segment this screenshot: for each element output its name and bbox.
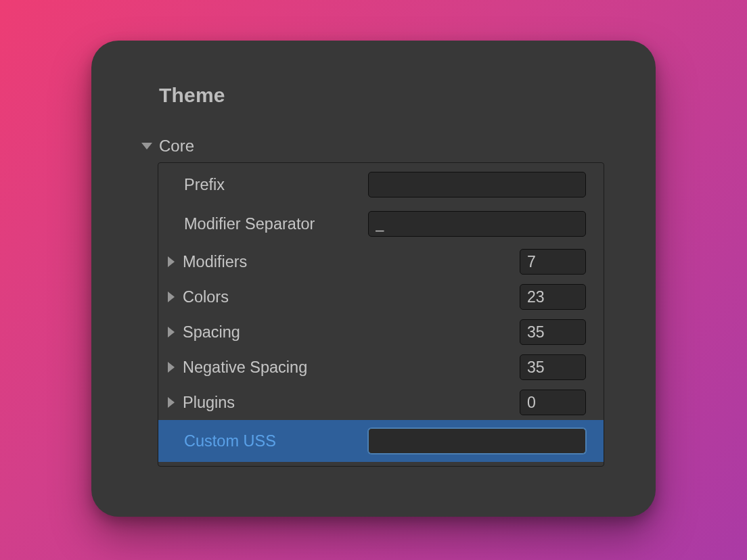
section-core-label: Core (159, 137, 194, 156)
spacing-count-input[interactable] (520, 319, 586, 345)
label-colors: Colors (183, 288, 229, 306)
row-custom-uss[interactable]: Custom USS (158, 420, 604, 462)
label-spacing: Spacing (183, 323, 240, 342)
modifiers-count-input[interactable] (520, 249, 586, 275)
label-custom-uss: Custom USS (168, 432, 276, 450)
row-plugins: Plugins (158, 385, 604, 420)
label-modifier-separator: Modifier Separator (168, 215, 315, 233)
modifier-separator-input[interactable] (368, 211, 586, 237)
chevron-down-icon (141, 143, 152, 149)
chevron-right-icon (168, 397, 175, 408)
inspector-panel: Theme Core Prefix Modifier Separator Mod… (91, 41, 656, 517)
chevron-right-icon (168, 256, 175, 267)
row-modifier-separator: Modifier Separator (158, 204, 604, 244)
panel-title: Theme (159, 84, 225, 107)
foldout-spacing[interactable]: Spacing (168, 323, 513, 342)
foldout-negative-spacing[interactable]: Negative Spacing (168, 358, 513, 377)
label-prefix: Prefix (168, 176, 225, 194)
row-colors: Colors (158, 279, 604, 314)
foldout-plugins[interactable]: Plugins (168, 394, 513, 412)
row-modifiers: Modifiers (158, 244, 604, 279)
foldout-modifiers[interactable]: Modifiers (168, 253, 513, 271)
foldout-colors[interactable]: Colors (168, 288, 513, 306)
label-negative-spacing: Negative Spacing (183, 358, 307, 377)
colors-count-input[interactable] (520, 284, 586, 310)
label-modifiers: Modifiers (183, 253, 247, 271)
section-core-container: Prefix Modifier Separator Modifiers (158, 162, 604, 467)
chevron-right-icon (168, 327, 175, 337)
row-spacing: Spacing (158, 314, 604, 350)
label-plugins: Plugins (183, 394, 235, 412)
chevron-right-icon (168, 291, 175, 302)
negative-spacing-count-input[interactable] (520, 354, 586, 380)
section-core-foldout[interactable]: Core (141, 137, 194, 156)
custom-uss-object-field[interactable] (368, 428, 586, 454)
row-prefix: Prefix (158, 163, 604, 204)
row-negative-spacing: Negative Spacing (158, 350, 604, 385)
plugins-count-input[interactable] (520, 390, 586, 415)
panel-inner: Theme Core Prefix Modifier Separator Mod… (91, 41, 656, 517)
prefix-input[interactable] (368, 172, 586, 197)
chevron-right-icon (168, 362, 175, 373)
